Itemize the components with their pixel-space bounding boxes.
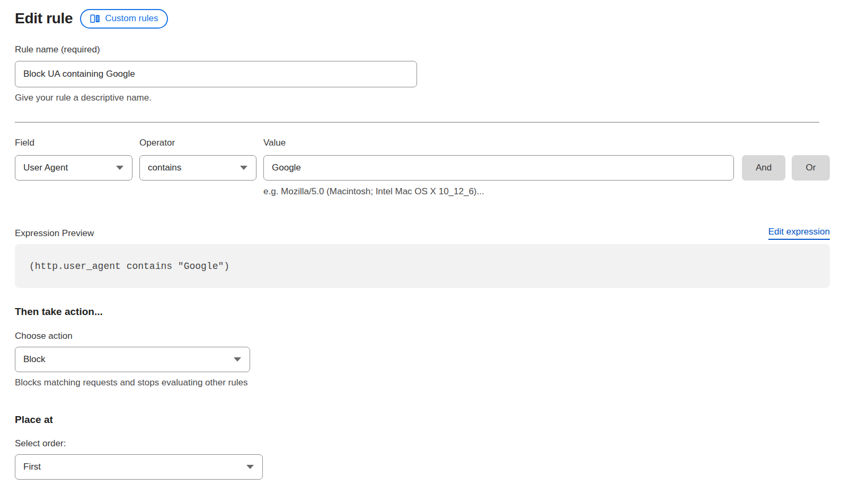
custom-rules-button[interactable]: Custom rules: [80, 9, 168, 29]
condition-row: Field User Agent Operator contains Value…: [15, 137, 830, 198]
operator-label: Operator: [139, 137, 256, 149]
rule-name-input[interactable]: [15, 61, 417, 87]
edit-expression-link[interactable]: Edit expression: [768, 227, 830, 240]
chevron-down-icon: [240, 166, 247, 170]
field-label: Field: [15, 137, 132, 149]
order-select[interactable]: First: [15, 454, 263, 480]
chevron-down-icon: [116, 166, 123, 170]
action-helper: Blocks matching requests and stops evalu…: [15, 376, 830, 389]
action-section-heading: Then take action...: [15, 305, 830, 319]
place-at-heading: Place at: [15, 413, 830, 427]
value-column: Value e.g. Mozilla/5.0 (Macintosh; Intel…: [263, 137, 734, 198]
connector-buttons: And Or: [742, 137, 830, 198]
edit-rule-page: Edit rule Custom rules Rule name (requir…: [0, 0, 830, 504]
operator-select-value: contains: [148, 163, 181, 173]
field-column: Field User Agent: [15, 137, 132, 198]
value-label: Value: [263, 137, 734, 149]
value-helper: e.g. Mozilla/5.0 (Macintosh; Intel Mac O…: [263, 185, 734, 198]
action-select-value: Block: [23, 354, 46, 365]
section-divider: [15, 122, 819, 123]
page-title: Edit rule: [15, 10, 73, 27]
action-select[interactable]: Block: [15, 347, 250, 372]
expression-code-block: (http.user_agent contains "Google"): [15, 244, 830, 288]
rule-name-label: Rule name (required): [15, 43, 830, 56]
page-header: Edit rule Custom rules: [15, 8, 830, 29]
expression-code: (http.user_agent contains "Google"): [29, 261, 229, 272]
select-order-label: Select order:: [15, 437, 830, 450]
value-input[interactable]: [263, 155, 734, 181]
field-select-value: User Agent: [23, 163, 68, 173]
custom-rules-button-label: Custom rules: [105, 13, 158, 24]
field-select[interactable]: User Agent: [15, 155, 132, 181]
order-select-value: First: [23, 462, 41, 472]
expression-preview-label: Expression Preview: [15, 227, 94, 240]
choose-action-label: Choose action: [15, 330, 830, 343]
chevron-down-icon: [234, 357, 241, 362]
expression-header: Expression Preview Edit expression: [15, 227, 830, 240]
book-icon: [90, 14, 100, 23]
operator-column: Operator contains: [139, 137, 256, 198]
operator-select[interactable]: contains: [139, 155, 256, 181]
chevron-down-icon: [246, 465, 254, 469]
or-button[interactable]: Or: [792, 155, 830, 181]
rule-name-helper: Give your rule a descriptive name.: [15, 92, 830, 104]
and-button[interactable]: And: [742, 155, 785, 181]
